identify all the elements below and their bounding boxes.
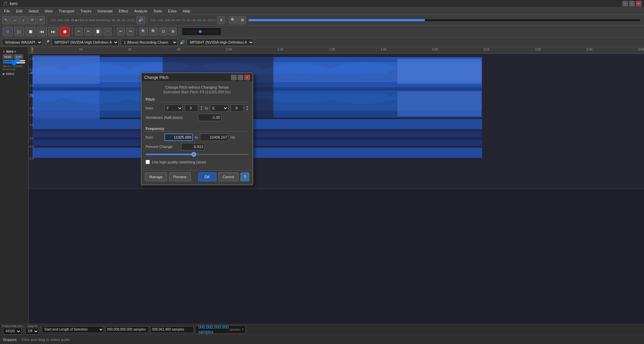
spin-down-arrow[interactable]: ▼ <box>200 108 203 111</box>
play-button[interactable]: ▷ <box>14 27 24 36</box>
playback-position-bar[interactable] <box>248 19 641 21</box>
zoom-in-btn2[interactable]: 🔍 <box>139 28 148 36</box>
ruler-15: 15 <box>79 48 83 51</box>
track-panel: ✕ kero ▾ Mute Solo Stereo, 44100Hz 32-bi… <box>0 47 29 324</box>
menu-effect[interactable]: Effect <box>116 8 131 14</box>
menu-generate[interactable]: Generate <box>95 8 115 14</box>
freq-from-input[interactable] <box>164 134 193 141</box>
dialog-title-label: Change Pitch <box>144 75 168 80</box>
pitch-from-octave-input[interactable] <box>185 104 198 112</box>
frequency-section: Frequency from to Hz Percent Change: <box>146 124 249 157</box>
trim-audio-btn[interactable]: ⋯ <box>104 28 112 36</box>
ruler-130: 1:30 <box>329 48 335 51</box>
fast-forward-button[interactable]: ⏭ <box>48 27 58 36</box>
zoom-out-btn[interactable]: 🔍 <box>149 28 158 36</box>
percent-label: Percent Change: <box>146 145 179 149</box>
scale-neg1.0: -1.0 <box>29 106 34 110</box>
change-pitch-dialog[interactable]: Change Pitch ─ □ ✕ Change Pitch without … <box>141 72 253 185</box>
close-button[interactable]: ✕ <box>636 1 641 6</box>
spin-up-arrow2[interactable]: ▲ <box>246 105 249 108</box>
menu-view[interactable]: View <box>42 8 55 14</box>
scroll-btn[interactable]: ▼ <box>241 328 245 331</box>
separator3 <box>227 16 227 24</box>
semitones-input[interactable] <box>198 114 221 121</box>
cut-btn[interactable]: ✂ <box>84 28 92 36</box>
cancel-button[interactable]: Cancel <box>218 173 238 181</box>
zoom-fit-btn[interactable]: ⊞ <box>238 16 246 24</box>
ruler-245: 2:45 <box>587 48 593 51</box>
zoom-in-btn[interactable]: 🔍 <box>229 16 237 24</box>
spin-down-arrow2[interactable]: ▼ <box>246 108 249 111</box>
high-quality-label: Use high quality stretching (slow) <box>152 160 206 164</box>
timeline-area: 0 15 30 45 1:00 1:15 1:30 1:45 2:00 2:15… <box>29 47 644 324</box>
audio-api-select[interactable]: Windows WASAPI <box>2 39 43 46</box>
ruler[interactable]: 0 15 30 45 1:00 1:15 1:30 1:45 2:00 2:15… <box>29 47 644 54</box>
preview-button[interactable]: Preview <box>169 173 191 181</box>
redo-btn[interactable]: ↪ <box>126 28 134 36</box>
project-rate-select[interactable]: 44100 <box>3 328 21 335</box>
rewind-button[interactable]: ⏮ <box>37 27 47 36</box>
help-button[interactable]: ? <box>240 173 249 181</box>
selection-start-field[interactable]: 000,000,000.000 samples <box>105 326 149 333</box>
dialog-close-btn[interactable]: ✕ <box>245 75 250 80</box>
minimize-button[interactable]: ─ <box>623 1 628 6</box>
vu-meter-right: -132 -120 -108 -96 -84 -72 -60 -48 -36 -… <box>149 18 216 22</box>
trim-tool[interactable]: ✂ <box>37 16 45 24</box>
ok-button[interactable]: OK <box>198 173 216 181</box>
waveform-area[interactable]: 1.0 0.5 0.0 -0.5 -1.0 1.0 0.5 0.0 -0.5 -… <box>29 54 644 324</box>
menu-extra[interactable]: Extra <box>165 8 179 14</box>
track-menu-icon[interactable]: ▾ <box>14 50 16 53</box>
spinbox-arrows2[interactable]: ▲ ▼ <box>246 105 249 111</box>
menu-select[interactable]: Select <box>26 8 42 14</box>
pitch-from-note-select[interactable]: F <box>164 104 183 112</box>
pitch-to-note-select[interactable]: E <box>210 104 228 112</box>
zoom-toggle-btn[interactable]: ⊡ <box>159 28 167 36</box>
pitch-to-octave-input[interactable] <box>230 104 244 112</box>
input-device-select[interactable]: MP59HT (NVIDIA High Definition Audio) (k <box>52 39 119 46</box>
track-close-icon[interactable]: ✕ <box>3 50 5 53</box>
dialog-maximize-btn[interactable]: □ <box>238 75 243 80</box>
selection-mode-select[interactable]: Start and Length of Selection <box>42 326 104 333</box>
bottom-toolbar: Project Rate (Hz) 44100 Snap-To Off Star… <box>0 324 644 335</box>
percent-input[interactable] <box>181 143 205 150</box>
stop-button[interactable]: ⏹ <box>25 27 36 36</box>
draw-tool[interactable]: ✏ <box>28 16 36 24</box>
snap-to-select[interactable]: Off <box>25 328 39 335</box>
spin-up-arrow[interactable]: ▲ <box>200 105 203 108</box>
menu-help[interactable]: Help <box>180 8 193 14</box>
menu-tracks[interactable]: Tracks <box>78 8 94 14</box>
undo-btn[interactable]: ↩ <box>117 28 125 36</box>
maximize-button[interactable]: □ <box>629 1 635 6</box>
pause-button[interactable]: ⏸ <box>3 27 13 36</box>
record-button[interactable]: ⏺ <box>60 27 70 36</box>
spinbox-arrows[interactable]: ▲ ▼ <box>200 105 203 111</box>
menu-file[interactable]: File <box>1 8 13 14</box>
fit-btn[interactable]: ⊞ <box>169 28 177 36</box>
freq-to-input[interactable] <box>200 134 228 141</box>
manage-button[interactable]: Manage <box>145 173 167 181</box>
loop-btn[interactable]: ↩ <box>75 28 83 36</box>
menu-tools[interactable]: Tools <box>151 8 165 14</box>
menu-bar: File Edit Select View Transport Tracks G… <box>0 7 644 15</box>
selection-length-field[interactable]: 008,061,480 samples <box>150 326 194 333</box>
selection-tool[interactable]: ↔ <box>11 16 19 24</box>
freq-row: from to Hz <box>146 134 249 141</box>
output-device-select[interactable]: MP59HT (NVIDIA High Definition Audio) <box>187 39 254 46</box>
separator <box>47 16 47 24</box>
menu-edit[interactable]: Edit <box>13 8 25 14</box>
envelope-tool[interactable]: ↕ <box>19 16 28 24</box>
paste-btn[interactable]: 📋 <box>94 28 102 36</box>
svg-rect-8 <box>397 59 481 84</box>
svg-rect-12 <box>33 131 482 138</box>
menu-analyze[interactable]: Analyze <box>131 8 150 14</box>
cursor-tool[interactable]: ↖ <box>2 16 10 24</box>
monitor-btn[interactable]: 🔊 <box>137 16 145 24</box>
pan-slider[interactable] <box>3 62 25 63</box>
select-area[interactable]: ▶ Select <box>3 72 25 76</box>
dialog-content: Change Pitch without Changing Tempo Esti… <box>142 82 253 170</box>
menu-transport[interactable]: Transport <box>56 8 77 14</box>
channel-select[interactable]: 1 (Mono) Recording Chann <box>121 39 178 46</box>
dialog-minimize-btn[interactable]: ─ <box>231 75 236 80</box>
sep4 <box>179 28 179 35</box>
record-monitor-btn[interactable]: 🎙 <box>217 16 225 24</box>
